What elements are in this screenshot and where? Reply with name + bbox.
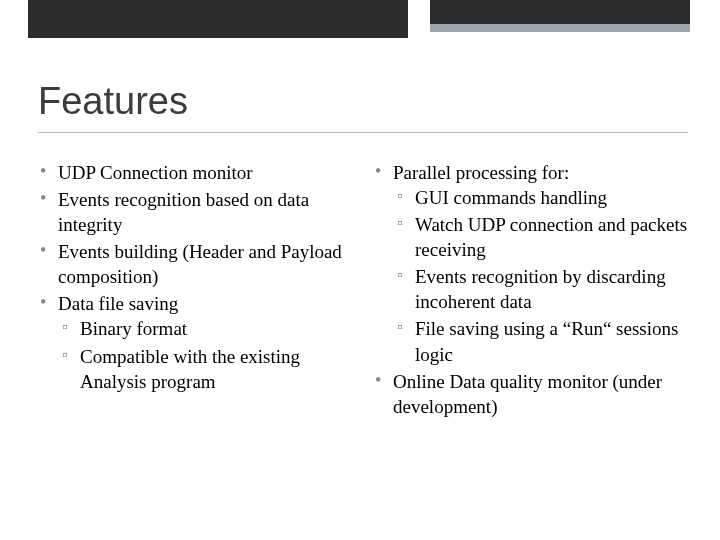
content-columns: UDP Connection monitor Events recognitio… [38, 160, 688, 421]
slide: Features UDP Connection monitor Events r… [0, 0, 720, 540]
sub-item-text: File saving using a “Run“ sessions logic [415, 318, 678, 364]
left-list: UDP Connection monitor Events recognitio… [38, 160, 353, 394]
right-column: Parallel processing for: GUI commands ha… [373, 160, 688, 421]
slide-title: Features [38, 80, 188, 123]
list-item-text: UDP Connection monitor [58, 162, 253, 183]
list-item-text: Events building (Header and Payload comp… [58, 241, 342, 287]
left-column: UDP Connection monitor Events recognitio… [38, 160, 353, 421]
sub-list-item: Watch UDP connection and packets receivi… [393, 212, 688, 262]
sub-list-item: File saving using a “Run“ sessions logic [393, 316, 688, 366]
list-item: Parallel processing for: GUI commands ha… [373, 160, 688, 367]
list-item-text: Events recognition based on data integri… [58, 189, 309, 235]
sub-item-text: Events recognition by discarding incoher… [415, 266, 666, 312]
list-item: Online Data quality monitor (under devel… [373, 369, 688, 419]
list-item: Events recognition based on data integri… [38, 187, 353, 237]
list-item-text: Parallel processing for: [393, 162, 569, 183]
sub-item-text: Watch UDP connection and packets receivi… [415, 214, 687, 260]
header-bar [0, 0, 720, 44]
sub-list: Binary format Compatible with the existi… [58, 316, 353, 393]
title-divider [38, 132, 688, 133]
sub-list-item: Binary format [58, 316, 353, 341]
sub-item-text: Binary format [80, 318, 187, 339]
header-bar-accent [430, 24, 690, 32]
sub-list-item: Compatible with the existing Analysis pr… [58, 344, 353, 394]
sub-list: GUI commands handling Watch UDP connecti… [393, 185, 688, 367]
list-item-text: Online Data quality monitor (under devel… [393, 371, 662, 417]
right-list: Parallel processing for: GUI commands ha… [373, 160, 688, 419]
list-item-text: Data file saving [58, 293, 178, 314]
list-item: UDP Connection monitor [38, 160, 353, 185]
header-bar-left [28, 0, 408, 38]
sub-list-item: Events recognition by discarding incoher… [393, 264, 688, 314]
header-bar-right [430, 0, 690, 24]
sub-item-text: Compatible with the existing Analysis pr… [80, 346, 300, 392]
sub-item-text: GUI commands handling [415, 187, 607, 208]
list-item: Data file saving Binary format Compatibl… [38, 291, 353, 393]
sub-list-item: GUI commands handling [393, 185, 688, 210]
list-item: Events building (Header and Payload comp… [38, 239, 353, 289]
